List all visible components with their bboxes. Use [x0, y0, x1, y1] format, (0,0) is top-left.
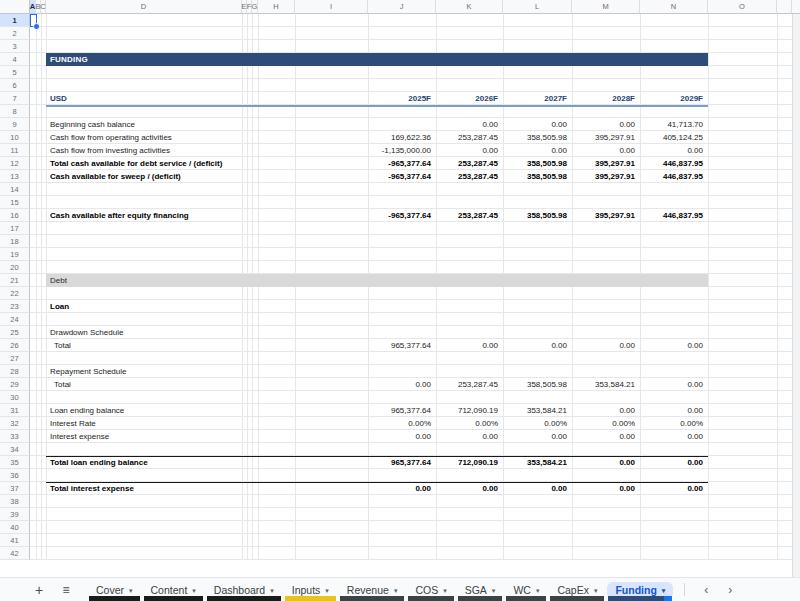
value-cell[interactable]: 0.00	[368, 430, 431, 443]
row-label[interactable]: Beginning cash balance	[50, 118, 135, 131]
row-label[interactable]: Total	[54, 378, 71, 391]
column-header-I[interactable]: I	[295, 0, 368, 14]
row-label[interactable]: Total loan ending balance	[50, 456, 148, 469]
row-header-34[interactable]: 34	[0, 443, 30, 456]
value-cell[interactable]: 358,505.98	[503, 170, 567, 183]
debt-section-banner[interactable]: Debt	[46, 274, 708, 287]
row-header-14[interactable]: 14	[0, 183, 30, 196]
value-cell[interactable]: 41,713.70	[640, 118, 703, 131]
value-cell[interactable]: 0.00	[640, 144, 703, 157]
row-label[interactable]: Cash available for sweep / (deficit)	[50, 170, 181, 183]
row-header-24[interactable]: 24	[0, 313, 30, 326]
row-label[interactable]: Loan	[50, 300, 69, 313]
row-header-9[interactable]: 9	[0, 118, 30, 131]
value-cell[interactable]: 395,297.91	[572, 131, 635, 144]
value-cell[interactable]: 0.00	[503, 339, 567, 352]
row-label[interactable]: Interest expense	[50, 430, 109, 443]
row-label[interactable]: Cash flow from operating activities	[50, 131, 172, 144]
year-header-2025F[interactable]: 2025F	[368, 92, 431, 105]
year-header-2028F[interactable]: 2028F	[572, 92, 635, 105]
row-header-30[interactable]: 30	[0, 391, 30, 404]
row-header-26[interactable]: 26	[0, 339, 30, 352]
value-cell[interactable]: 253,287.45	[436, 170, 498, 183]
value-cell[interactable]: 253,287.45	[436, 131, 498, 144]
value-cell[interactable]: 0.00%	[503, 417, 567, 430]
value-cell[interactable]: 358,505.98	[503, 131, 567, 144]
value-cell[interactable]: 0.00	[436, 118, 498, 131]
vertical-scrollbar[interactable]	[792, 14, 800, 577]
column-header-O[interactable]: O	[708, 0, 777, 14]
value-cell[interactable]: 358,505.98	[503, 378, 567, 391]
value-cell[interactable]: 0.00	[368, 378, 431, 391]
row-label[interactable]: Cash available after equity financing	[50, 209, 189, 222]
row-header-31[interactable]: 31	[0, 404, 30, 417]
row-header-11[interactable]: 11	[0, 144, 30, 157]
row-header-25[interactable]: 25	[0, 326, 30, 339]
column-header-blank[interactable]	[777, 0, 792, 14]
value-cell[interactable]: 169,622.36	[368, 131, 431, 144]
row-header-37[interactable]: 37	[0, 482, 30, 495]
row-header-5[interactable]: 5	[0, 66, 30, 79]
value-cell[interactable]: 0.00	[436, 482, 498, 495]
value-cell[interactable]: 0.00	[503, 144, 567, 157]
value-cell[interactable]: 0.00	[503, 118, 567, 131]
value-cell[interactable]: 358,505.98	[503, 157, 567, 170]
value-cell[interactable]: 0.00%	[640, 417, 703, 430]
row-label[interactable]: Cash flow from investing activities	[50, 144, 170, 157]
sheet-tab-sga[interactable]: SGA▾	[457, 578, 504, 601]
year-header-2027F[interactable]: 2027F	[503, 92, 567, 105]
column-header-K[interactable]: K	[436, 0, 503, 14]
all-sheets-menu-button[interactable]: ≡	[57, 578, 75, 601]
row-header-1[interactable]: 1	[0, 14, 30, 27]
value-cell[interactable]: 0.00%	[436, 417, 498, 430]
unit-label[interactable]: USD	[50, 92, 67, 105]
row-header-8[interactable]: 8	[0, 105, 30, 118]
value-cell[interactable]: 253,287.45	[436, 157, 498, 170]
value-cell[interactable]: 0.00	[368, 482, 431, 495]
value-cell[interactable]: 0.00	[436, 430, 498, 443]
value-cell[interactable]: 353,584.21	[503, 456, 567, 469]
value-cell[interactable]: 0.00%	[368, 417, 431, 430]
value-cell[interactable]: 405,124.25	[640, 131, 703, 144]
value-cell[interactable]: 353,584.21	[503, 404, 567, 417]
sheet-tab-funding[interactable]: Funding▾	[607, 578, 673, 601]
row-header-32[interactable]: 32	[0, 417, 30, 430]
value-cell[interactable]: 965,377.64	[368, 456, 431, 469]
row-header-19[interactable]: 19	[0, 248, 30, 261]
row-header-33[interactable]: 33	[0, 430, 30, 443]
row-label[interactable]: Total interest expense	[50, 482, 134, 495]
value-cell[interactable]: 965,377.64	[368, 339, 431, 352]
row-header-39[interactable]: 39	[0, 508, 30, 521]
value-cell[interactable]: -965,377.64	[368, 170, 431, 183]
column-header-N[interactable]: N	[640, 0, 708, 14]
row-label[interactable]: Interest Rate	[50, 417, 96, 430]
year-header-2026F[interactable]: 2026F	[436, 92, 498, 105]
tab-scroll-left-button[interactable]: ‹	[694, 578, 718, 601]
row-header-6[interactable]: 6	[0, 79, 30, 92]
value-cell[interactable]: 0.00	[572, 339, 635, 352]
value-cell[interactable]: 0.00	[640, 339, 703, 352]
column-header-J[interactable]: J	[368, 0, 436, 14]
value-cell[interactable]: 0.00	[572, 118, 635, 131]
row-label[interactable]: Drawdown Schedule	[50, 326, 123, 339]
value-cell[interactable]: -965,377.64	[368, 157, 431, 170]
value-cell[interactable]: 253,287.45	[436, 209, 498, 222]
value-cell[interactable]: 0.00	[640, 456, 703, 469]
column-header-H[interactable]: H	[258, 0, 295, 14]
sheet-tab-revenue[interactable]: Revenue▾	[339, 578, 406, 601]
sheet-tab-cover[interactable]: Cover▾	[88, 578, 141, 601]
value-cell[interactable]: 0.00	[436, 144, 498, 157]
row-header-36[interactable]: 36	[0, 469, 30, 482]
value-cell[interactable]: 0.00	[436, 339, 498, 352]
row-header-28[interactable]: 28	[0, 365, 30, 378]
row-header-17[interactable]: 17	[0, 222, 30, 235]
value-cell[interactable]: 0.00	[572, 144, 635, 157]
row-header-16[interactable]: 16	[0, 209, 30, 222]
value-cell[interactable]: 712,090.19	[436, 404, 498, 417]
row-header-35[interactable]: 35	[0, 456, 30, 469]
row-header-21[interactable]: 21	[0, 274, 30, 287]
row-header-12[interactable]: 12	[0, 157, 30, 170]
value-cell[interactable]: 446,837.95	[640, 170, 703, 183]
value-cell[interactable]: 0.00	[572, 456, 635, 469]
row-header-20[interactable]: 20	[0, 261, 30, 274]
